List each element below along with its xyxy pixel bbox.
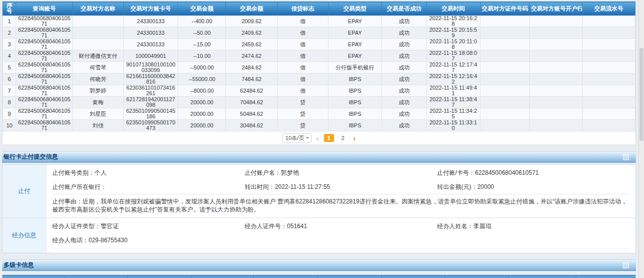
stop-info-panel: 止付止付账号类别：个人止付账户名：郭梦艳止付账/卡号：6228450068040… [2, 164, 636, 253]
info-group-stop-payment: 止付止付账号类别：个人止付账户名：郭梦艳止付账/卡号：6228450068040… [3, 165, 635, 218]
header-row: 序号查询账号交易对方名称交易对方账卡号交易金额交易余额借贷标志交易类型交易是否成… [3, 2, 635, 16]
cell-counterparty-name: 财付通微信支付 [72, 50, 123, 62]
cell-time: 2022-11-15 18:08:07 [426, 50, 480, 62]
vertical-scrollbar[interactable] [638, 0, 644, 278]
cell-type: IBPS [328, 108, 382, 120]
prev-page-icon[interactable]: ‹ [316, 134, 319, 142]
cell-debit-credit-flag: 借 [277, 62, 328, 74]
column-header-level: 级别 [65, 275, 128, 278]
column-header-seq: 序号 [3, 2, 16, 16]
page-size-select[interactable]: 10条/页 [282, 133, 311, 143]
cell-amount: --400.00 [178, 16, 226, 27]
multi-card-section-header[interactable]: 多级卡信息 [2, 259, 636, 271]
column-header-stop-type: 止付类型 [128, 275, 191, 278]
cell-counterparty-id-no [480, 97, 530, 108]
cell-balance: 2459.62 [226, 39, 278, 50]
cell-counterparty-card: 6235010990500170473 [123, 120, 178, 131]
cell-amount: --10.00 [178, 50, 226, 62]
column-header-time: 交易时间 [426, 2, 480, 16]
transactions-table: 序号查询账号交易对方名称交易对方账卡号交易金额交易余额借贷标志交易类型交易是否成… [3, 2, 635, 131]
cell-query-account: 6228450068040610571 [16, 39, 73, 50]
cell-seq: 5 [3, 62, 16, 74]
cell-serial-no [583, 108, 635, 120]
cell-type: IBPS [328, 120, 382, 131]
cell-query-account: 6228450068040610571 [16, 62, 73, 74]
column-header-debit-credit-flag: 借贷标志 [277, 2, 328, 16]
field-row: 止付账号类别：个人止付账户名：郭梦艳止付账/卡号：622845006804061… [52, 166, 629, 180]
cell-time: 2022-11-15 11:33:10 [426, 120, 480, 131]
cell-counterparty-id-no [480, 120, 530, 131]
cell-counterparty-name: 何晓芳 [72, 74, 123, 85]
column-header-counterparty-id-no: 交易对方证件号码 [480, 2, 530, 16]
cell-counterparty-bank [530, 39, 583, 50]
table-row: 56228450068040610571何雪琴90107130801001000… [3, 62, 635, 74]
cell-counterparty-id-no [480, 50, 530, 62]
collapse-icon[interactable] [623, 154, 629, 160]
cell-counterparty-bank [530, 85, 583, 97]
cell-type: 分行版手机银行 [328, 62, 382, 74]
table-row: 66228450068040610571何晓芳62166116000038428… [3, 74, 635, 85]
cell-counterparty-bank [530, 62, 583, 74]
page-button-2[interactable]: 2 [338, 134, 348, 142]
column-header-amount: 交易金额 [178, 2, 226, 16]
cell-type: IBPS [328, 74, 382, 85]
cell-success: 成功 [382, 108, 427, 120]
collapse-icon[interactable] [623, 262, 629, 268]
stop-info-section-header[interactable]: 银行卡止付提交信息 [2, 151, 636, 163]
cell-counterparty-card: 1000049901 [123, 50, 178, 62]
cell-debit-credit-flag: 借 [277, 85, 328, 97]
cell-type: EPAY [328, 39, 382, 50]
cell-counterparty-card: 243300133 [123, 16, 178, 27]
cell-counterparty-bank [530, 108, 583, 120]
page-size-label: 10条/页 [285, 134, 304, 142]
cell-counterparty-id-no [480, 108, 530, 120]
column-header-stop-result: 止付结果 [381, 275, 445, 278]
cell-debit-credit-flag: 借 [277, 27, 328, 39]
cell-counterparty-id-no [480, 39, 530, 50]
cell-counterparty-name [72, 27, 123, 39]
cell-seq: 1 [3, 16, 16, 27]
field-text: 止付账户名：郭梦艳 [245, 169, 437, 177]
cell-type: IBPS [328, 97, 382, 108]
cell-type: EPAY [328, 16, 382, 27]
cell-success: 成功 [382, 50, 427, 62]
group-label-stop-payment: 止付 [3, 165, 46, 218]
cell-time: 2022-11-15 20:15:59 [426, 27, 480, 39]
page-button-1[interactable]: 1 [324, 134, 334, 142]
cell-serial-no [583, 27, 635, 39]
cell-query-account: 6228450068040610571 [16, 16, 73, 27]
cell-counterparty-bank [530, 97, 583, 108]
cell-query-account: 6228450068040610571 [16, 27, 73, 39]
cell-success: 成功 [382, 27, 427, 39]
table-row: 96228450068040610571刘星臣62350109905001451… [3, 108, 635, 120]
cell-counterparty-card: 243300133 [123, 27, 178, 39]
cell-seq: 9 [3, 108, 16, 120]
cell-amount: --8000.00 [178, 85, 226, 97]
cell-success: 成功 [382, 97, 427, 108]
cell-amount: --50.00 [178, 27, 226, 39]
column-header-balance: 余额 [318, 275, 381, 278]
cell-debit-credit-flag: 借 [277, 74, 328, 85]
cell-counterparty-bank [530, 50, 583, 62]
cell-counterparty-id-no [480, 74, 530, 85]
transactions-panel: 序号查询账号交易对方名称交易对方账卡号交易金额交易余额借贷标志交易类型交易是否成… [2, 1, 636, 145]
cell-counterparty-card: 6230361101073416261 [123, 85, 178, 97]
cell-counterparty-name [72, 16, 123, 27]
cell-success: 成功 [382, 120, 427, 131]
scrollbar-thumb[interactable] [639, 48, 643, 141]
cell-counterparty-bank [530, 16, 583, 27]
page-number-list: 12 [324, 134, 348, 142]
next-page-icon[interactable]: › [353, 134, 356, 142]
cell-balance: 30484.62 [226, 120, 278, 131]
cell-success: 成功 [382, 39, 427, 50]
field-text: 经办人证件号：051641 [245, 222, 437, 230]
cell-time: 2022-11-15 11:38:47 [426, 97, 480, 108]
field-row: 止付账户所在银行：转出时间：2022-11-15 11:27:55转出金额(元)… [52, 180, 629, 194]
column-header-type: 交易类型 [328, 2, 382, 16]
field-row: 经办人证件类型：警官证经办人证件号：051641经办人姓名：李晨琨 [52, 219, 629, 233]
cell-counterparty-name: 何雪琴 [72, 62, 123, 74]
group-label-handler-info: 经办信息 [3, 218, 46, 253]
cell-success: 成功 [382, 85, 427, 97]
cell-balance: 2484.62 [226, 62, 278, 74]
multi-card-panel: 序号级别止付类型所属机构账号余额止付结果录入人录入单位录入时间1一级第三方止付中… [2, 274, 636, 278]
